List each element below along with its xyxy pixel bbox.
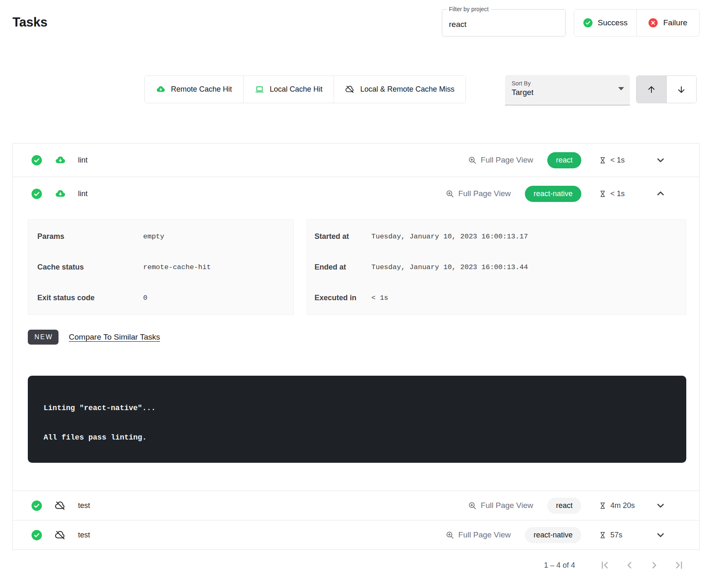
- cache-status-label: Cache status: [37, 263, 143, 272]
- task-duration: 57s: [610, 531, 622, 539]
- task-name: lint: [78, 156, 88, 165]
- success-filter-button[interactable]: Success: [574, 10, 636, 36]
- zoom-in-icon: [468, 501, 477, 510]
- task-name: test: [78, 531, 90, 539]
- last-page-button[interactable]: [674, 560, 685, 571]
- table-row: Ended at Tuesday, January 10, 2023 16:00…: [307, 252, 686, 282]
- full-page-view-button[interactable]: Full Page View: [446, 189, 511, 198]
- table-row: Cache status remote-cache-hit: [28, 252, 293, 282]
- hourglass-icon: [599, 156, 607, 164]
- table-row: Started at Tuesday, January 10, 2023 16:…: [307, 221, 686, 252]
- caret-down-icon: [618, 87, 624, 90]
- project-filter-field[interactable]: Filter by project: [442, 9, 566, 36]
- pagination-range: 1 – 4 of 4: [544, 561, 575, 570]
- hourglass-icon: [599, 190, 607, 198]
- check-circle-icon: [32, 501, 42, 511]
- local-cache-hit-filter-button[interactable]: Local Cache Hit: [243, 76, 334, 103]
- params-value: empty: [143, 233, 289, 241]
- full-page-view-button[interactable]: Full Page View: [468, 156, 533, 165]
- task-row-test-react-native[interactable]: test Full Page View react-native 57s: [13, 520, 699, 549]
- first-page-icon: [599, 560, 610, 571]
- sort-descending-button[interactable]: [666, 76, 697, 103]
- project-filter-label: Filter by project: [447, 5, 491, 13]
- terminal-line: All files pass linting.: [44, 433, 678, 442]
- check-circle-icon: [32, 530, 42, 540]
- project-filter-input[interactable]: [442, 10, 565, 36]
- terminal-line: Linting "react-native"...: [44, 404, 678, 412]
- full-page-view-label: Full Page View: [458, 530, 511, 539]
- sort-ascending-button[interactable]: [636, 76, 666, 103]
- project-pill[interactable]: react-native: [525, 186, 581, 202]
- cloud-slash-icon: [55, 530, 66, 541]
- pagination: 1 – 4 of 4: [544, 560, 685, 571]
- page-title: Tasks: [12, 15, 47, 30]
- params-label: Params: [37, 232, 143, 241]
- project-pill[interactable]: react: [547, 152, 581, 168]
- task-duration: < 1s: [610, 156, 625, 165]
- project-pill[interactable]: react-native: [525, 527, 581, 543]
- check-circle-icon: [32, 189, 42, 199]
- hourglass-icon: [599, 531, 607, 539]
- ended-at-value: Tuesday, January 10, 2023 16:00:13.44: [371, 263, 682, 271]
- full-page-view-button[interactable]: Full Page View: [446, 530, 511, 539]
- check-circle-icon: [583, 18, 593, 27]
- first-page-button[interactable]: [599, 560, 610, 571]
- started-at-value: Tuesday, January 10, 2023 16:00:13.17: [371, 233, 682, 241]
- remote-cache-hit-label: Remote Cache Hit: [171, 85, 232, 94]
- full-page-view-label: Full Page View: [458, 189, 511, 198]
- local-cache-hit-label: Local Cache Hit: [270, 85, 322, 94]
- project-pill[interactable]: react: [547, 498, 581, 514]
- cache-miss-filter-button[interactable]: Local & Remote Cache Miss: [334, 76, 466, 103]
- failure-filter-button[interactable]: Failure: [636, 10, 699, 36]
- executed-in-label: Executed in: [315, 294, 371, 302]
- chevron-down-icon[interactable]: [655, 530, 666, 540]
- cloud-download-icon: [55, 155, 66, 166]
- status-filter-group: Success Failure: [574, 9, 700, 36]
- full-page-view-label: Full Page View: [481, 501, 533, 510]
- chevron-up-icon[interactable]: [655, 188, 666, 199]
- table-row: Executed in < 1s: [307, 282, 686, 313]
- task-timing-table: Started at Tuesday, January 10, 2023 16:…: [307, 219, 686, 315]
- ended-at-label: Ended at: [315, 263, 371, 272]
- previous-page-button[interactable]: [624, 560, 635, 571]
- cloud-download-icon: [55, 188, 66, 199]
- task-detail-panel: Params empty Cache status remote-cache-h…: [13, 210, 699, 491]
- cloud-slash-icon: [345, 85, 355, 94]
- sort-direction-group: [636, 75, 697, 103]
- arrow-up-icon: [646, 85, 656, 95]
- cloud-slash-icon: [55, 500, 66, 511]
- cloud-download-icon: [156, 85, 166, 94]
- check-circle-icon: [32, 155, 42, 165]
- task-params-table: Params empty Cache status remote-cache-h…: [28, 219, 294, 315]
- next-page-button[interactable]: [649, 560, 660, 571]
- compare-to-similar-tasks-link[interactable]: Compare To Similar Tasks: [69, 333, 160, 342]
- chevron-down-icon[interactable]: [655, 155, 666, 165]
- chevron-down-icon[interactable]: [655, 500, 666, 511]
- task-row-lint-react-native[interactable]: lint Full Page View react-native < 1s: [13, 177, 699, 210]
- failure-filter-label: Failure: [663, 18, 687, 27]
- sort-by-label: Sort By: [512, 80, 623, 87]
- table-row: Params empty: [28, 221, 293, 252]
- cache-miss-label: Local & Remote Cache Miss: [360, 85, 454, 94]
- success-filter-label: Success: [598, 18, 628, 27]
- terminal-output: Linting "react-native"... All files pass…: [28, 376, 686, 463]
- laptop-icon: [255, 85, 264, 94]
- task-list: lint Full Page View react < 1s: [12, 143, 700, 550]
- cache-status-value: remote-cache-hit: [143, 263, 289, 271]
- task-duration: < 1s: [610, 190, 625, 198]
- hourglass-icon: [599, 502, 607, 510]
- full-page-view-button[interactable]: Full Page View: [468, 501, 533, 510]
- executed-in-value: < 1s: [371, 294, 682, 302]
- exit-status-code-value: 0: [143, 294, 289, 302]
- sort-by-value: Target: [512, 88, 623, 97]
- task-duration: 4m 20s: [610, 501, 635, 510]
- task-row-lint-react[interactable]: lint Full Page View react < 1s: [13, 143, 699, 177]
- full-page-view-label: Full Page View: [481, 156, 533, 165]
- sort-by-select[interactable]: Sort By Target: [505, 75, 630, 105]
- task-row-test-react[interactable]: test Full Page View react 4m 20s: [13, 491, 699, 520]
- x-circle-icon: [649, 18, 658, 27]
- table-row: Exit status code 0: [28, 282, 293, 313]
- zoom-in-icon: [446, 190, 454, 198]
- remote-cache-hit-filter-button[interactable]: Remote Cache Hit: [145, 76, 243, 103]
- started-at-label: Started at: [315, 232, 371, 241]
